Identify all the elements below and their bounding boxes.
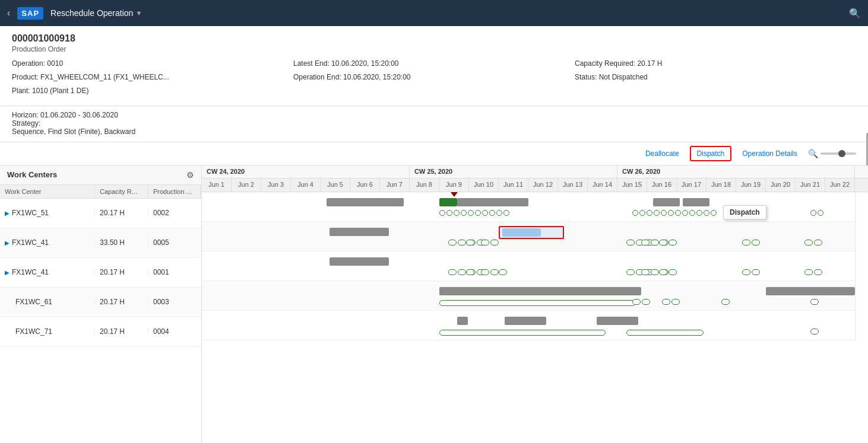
day-cell: Jun 17 [677,179,707,192]
capacity-circle [804,269,813,275]
operation-details-button[interactable]: Operation Details [736,147,803,160]
app-header: ‹ SAP Reschedule Operation ▼ 🔍 [0,0,868,26]
circles-row [481,240,499,246]
gantt-chart[interactable]: CW 24, 2020CW 25, 2020CW 26, 2020Jun 1Ju… [202,165,868,443]
day-cell: Jun 3 [261,179,291,192]
gantt-header: CW 24, 2020CW 25, 2020CW 26, 2020Jun 1Ju… [202,165,868,192]
title-arrow-icon: ▼ [135,9,142,17]
capacity-circle [668,210,674,216]
capacity-circle [662,299,670,305]
capacity-circle [659,240,667,246]
capacity-circle [651,240,659,246]
day-cell: Jun 4 [291,179,321,192]
capacity-circle [626,269,635,275]
zoom-icon: 🔍 [808,149,818,158]
search-icon[interactable]: 🔍 [849,8,861,19]
cw-row: CW 24, 2020CW 25, 2020CW 26, 2020 [202,165,868,179]
gantt-bar[interactable] [457,317,468,325]
gantt-bar[interactable] [327,198,404,206]
capacity-circle [752,269,760,275]
capacity-circle [466,240,474,246]
capacity-circle [804,240,813,246]
back-button[interactable]: ‹ [7,8,10,18]
day-cell: Jun 19 [736,179,766,192]
col-header-wc: Work Center [0,185,95,198]
gantt-row [202,222,855,251]
circles-row [659,269,677,275]
wc-capacity: 20.17 H [95,209,148,217]
gantt-bar[interactable] [439,198,457,206]
circles-row [804,240,822,246]
circles-row [659,240,677,246]
capacity-circle [742,269,750,275]
gantt-bar[interactable] [439,287,641,295]
wc-capacity: 20.17 H [95,298,148,306]
deallocate-button[interactable]: Deallocate [639,147,685,160]
circles-row [466,240,474,246]
capacity-circle [448,240,457,246]
list-item: FX1WC_71 20.17 H 0004 [0,317,201,347]
zoom-slider[interactable] [821,152,856,155]
operation-info: Operation: 0010 [12,58,293,69]
capacity-circle [458,240,466,246]
cw-cell: CW 26, 2020 [617,165,855,178]
header-title: Reschedule Operation ▼ [50,8,142,18]
capacity-circle [499,269,507,275]
capacity-circle [503,210,509,216]
expand-icon[interactable]: ▶ [5,269,9,276]
capacity-circle [721,299,730,305]
wc-production: 0004 [148,327,201,336]
wc-name: ▶ FX1WC_51 [0,209,95,217]
day-cell: Jun 20 [766,179,796,192]
capacity-circle [626,240,635,246]
capacity-circle [810,299,819,305]
day-cell: Jun 5 [321,179,350,192]
capacity-circle [641,240,650,246]
horizon-value: 01.06.2020 - 30.06.2020 [40,111,118,119]
gantt-bar[interactable] [653,198,680,206]
gantt-row [202,251,855,281]
day-cell: Jun 11 [499,179,528,192]
circles-row [466,269,474,275]
order-details-grid: Operation: 0010 Latest End: 10.06.2020, … [12,58,856,97]
circles-row [810,210,823,216]
latest-end-info: Latest End: 10.06.2020, 15:20:00 [293,58,575,69]
capacity-circle [642,299,650,305]
horizon-label: Horizon: 01.06.2020 - 30.06.2020 [12,111,856,119]
capacity-circle [468,210,474,216]
page-title: Reschedule Operation [50,8,133,18]
gantt-bar[interactable] [356,257,389,266]
capacity-circle [810,329,819,334]
gantt-bar[interactable] [505,317,546,325]
wc-name: FX1WC_71 [0,327,95,336]
gantt-bar[interactable] [683,198,709,206]
day-cell: Jun 8 [410,179,439,192]
day-cell: Jun 22 [825,179,855,192]
capacity-circle [639,210,645,216]
expand-icon[interactable]: ▶ [5,210,9,216]
order-id: 000001000918 [12,33,856,44]
circles-row [439,210,509,216]
capacity-circle [654,210,660,216]
wc-production: 0002 [148,209,201,217]
capacity-circle [461,210,467,216]
capacity-circle [689,210,695,216]
settings-icon[interactable]: ⚙ [186,170,194,180]
gantt-bar[interactable] [597,317,638,325]
gantt-bar[interactable] [457,198,528,206]
capacity-circle [647,210,652,216]
operation-end-info: Operation End: 10.06.2020, 15:20:00 [293,72,575,83]
selected-operation-bar[interactable] [499,226,564,239]
capacity-circle [704,210,709,216]
expand-icon[interactable]: ▶ [5,240,9,246]
capacity-bar-long [439,330,606,336]
wc-production: 0003 [148,298,201,306]
dispatch-button[interactable]: Dispatch [690,146,732,161]
gantt-bar[interactable] [766,287,855,295]
wc-production: 0005 [148,238,201,247]
capacity-circle [661,210,667,216]
strategy-text-label: Strategy: [12,119,40,128]
day-cell: Jun 1 [202,179,232,192]
col-header-prod: Production ... [148,185,201,198]
gantt-bar[interactable] [356,228,389,236]
